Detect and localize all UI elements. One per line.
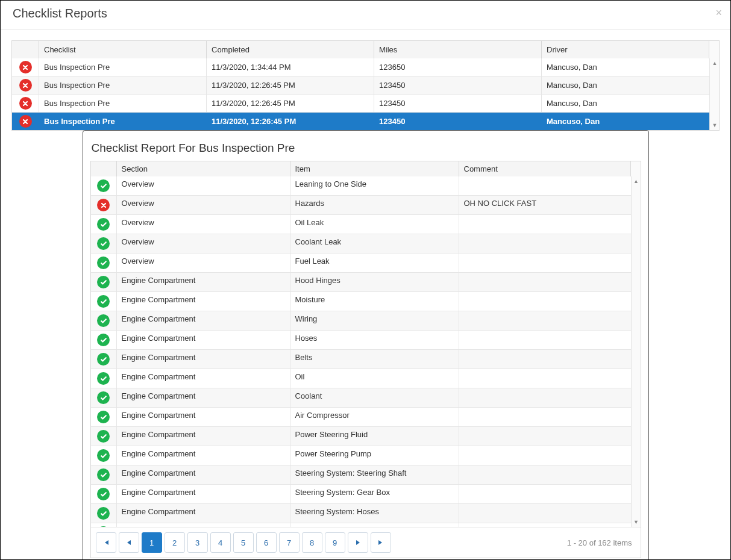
detail-row[interactable]: Engine CompartmentCoolant — [91, 388, 641, 407]
pager-page[interactable]: 1 — [142, 532, 162, 553]
status-cell — [91, 254, 116, 272]
detail-row[interactable]: Engine CompartmentPower Steering Pump — [91, 446, 641, 465]
item-cell: Steering System: Steering Shaft — [290, 465, 459, 484]
detail-row[interactable]: Engine CompartmentMoisture — [91, 291, 641, 311]
detail-wrap: Checklist Report For Bus Inspection Pre … — [11, 131, 720, 560]
detail-grid: Section Item Comment OverviewLeaning to … — [90, 161, 641, 558]
dcol-status[interactable] — [91, 161, 116, 176]
scroll-down-icon[interactable]: ▼ — [632, 517, 641, 527]
detail-grid-body: OverviewLeaning to One SideOverviewHazar… — [91, 176, 641, 527]
detail-row[interactable]: Engine CompartmentPower Steering Fluid — [91, 426, 641, 446]
pager-page[interactable]: 8 — [302, 532, 322, 553]
item-cell: Coolant Leak — [290, 234, 459, 253]
checklist-cell: Bus Inspection Pre — [39, 113, 206, 130]
report-row[interactable]: Bus Inspection Pre11/3/2020, 12:26:45 PM… — [12, 76, 719, 94]
miles-cell: 123450 — [374, 76, 541, 94]
col-miles[interactable]: Miles — [374, 41, 541, 58]
dcol-comment[interactable]: Comment — [459, 161, 630, 176]
dcol-item[interactable]: Item — [290, 161, 459, 176]
detail-row[interactable]: Engine CompartmentBelts — [91, 349, 641, 369]
item-cell: Moisture — [290, 292, 459, 311]
status-cell — [91, 234, 116, 253]
detail-row[interactable]: Engine CompartmentSteering System: Hoses — [91, 503, 641, 523]
scroll-down-icon[interactable]: ▼ — [710, 120, 720, 130]
pass-icon — [97, 276, 110, 288]
dialog-title: Checklist Reports — [13, 7, 107, 20]
status-cell — [91, 176, 116, 195]
status-cell — [91, 523, 116, 527]
comment-cell — [459, 504, 641, 523]
detail-row[interactable]: Engine CompartmentSteering System: Pittm… — [91, 523, 641, 527]
pass-icon — [97, 314, 110, 327]
col-status[interactable] — [12, 41, 39, 58]
detail-row[interactable]: Engine CompartmentAir Compressor — [91, 407, 641, 426]
reports-scrollbar[interactable]: ▲ ▼ — [709, 58, 719, 130]
item-cell: Steering System: Hoses — [290, 504, 459, 523]
detail-scrollbar[interactable]: ▲ ▼ — [631, 176, 641, 527]
scroll-up-icon[interactable]: ▲ — [632, 176, 641, 186]
col-checklist[interactable]: Checklist — [39, 41, 206, 58]
pager-page[interactable]: 9 — [325, 532, 345, 553]
miles-cell: 123450 — [374, 95, 541, 112]
pager-page[interactable]: 7 — [279, 532, 300, 553]
detail-row[interactable]: Engine CompartmentSteering System: Steer… — [91, 465, 641, 484]
col-driver[interactable]: Driver — [541, 41, 709, 58]
report-row[interactable]: Bus Inspection Pre11/3/2020, 12:26:45 PM… — [12, 112, 719, 130]
checklist-cell: Bus Inspection Pre — [39, 95, 206, 112]
pass-icon — [97, 237, 110, 250]
dcol-section[interactable]: Section — [116, 161, 290, 176]
pager-prev-icon[interactable] — [119, 532, 139, 553]
section-cell: Engine Compartment — [116, 523, 290, 527]
comment-cell — [459, 446, 641, 465]
detail-row[interactable]: Engine CompartmentHood Hinges — [91, 272, 641, 291]
pass-icon — [97, 372, 110, 385]
status-cell — [12, 113, 39, 130]
pass-icon — [97, 507, 110, 520]
detail-row[interactable]: Engine CompartmentSteering System: Gear … — [91, 484, 641, 503]
detail-row[interactable]: OverviewHazardsOH NO CLICK FAST — [91, 195, 641, 214]
pager-first-icon[interactable] — [96, 532, 116, 553]
pager: 123456789 1 - 20 of 162 items — [91, 527, 641, 558]
pager-page[interactable]: 3 — [187, 532, 208, 553]
section-cell: Overview — [116, 176, 290, 195]
section-cell: Overview — [116, 196, 290, 214]
comment-cell — [459, 292, 641, 311]
pager-last-icon[interactable] — [371, 532, 391, 553]
pager-page[interactable]: 2 — [165, 532, 185, 553]
detail-grid-header: Section Item Comment — [91, 161, 641, 176]
section-cell: Engine Compartment — [116, 292, 290, 311]
close-icon[interactable]: × — [715, 7, 722, 19]
detail-row[interactable]: Engine CompartmentHoses — [91, 330, 641, 349]
section-cell: Engine Compartment — [116, 369, 290, 388]
detail-row[interactable]: OverviewLeaning to One Side — [91, 176, 641, 195]
detail-row[interactable]: OverviewCoolant Leak — [91, 234, 641, 253]
pager-page[interactable]: 4 — [210, 532, 231, 553]
detail-row[interactable]: OverviewOil Leak — [91, 214, 641, 234]
section-cell: Engine Compartment — [116, 311, 290, 330]
dialog: Checklist Reports × Checklist Completed … — [0, 0, 731, 560]
reports-grid: Checklist Completed Miles Driver Bus Ins… — [11, 40, 720, 131]
report-row[interactable]: Bus Inspection Pre11/3/2020, 12:26:45 PM… — [12, 94, 719, 112]
comment-cell — [459, 311, 641, 330]
item-cell: Hood Hinges — [290, 273, 459, 291]
comment-cell — [459, 465, 641, 484]
pager-page[interactable]: 5 — [233, 532, 254, 553]
comment-cell — [459, 350, 641, 369]
pager-info: 1 - 20 of 162 items — [567, 538, 636, 547]
detail-title: Checklist Report For Bus Inspection Pre — [92, 142, 640, 155]
detail-row[interactable]: OverviewFuel Leak — [91, 253, 641, 272]
detail-row[interactable]: Engine CompartmentWiring — [91, 311, 641, 330]
status-cell — [91, 273, 116, 291]
completed-cell: 11/3/2020, 12:26:45 PM — [206, 113, 374, 130]
item-cell: Belts — [290, 350, 459, 369]
status-cell — [91, 504, 116, 523]
col-completed[interactable]: Completed — [206, 41, 374, 58]
section-cell: Engine Compartment — [116, 408, 290, 426]
pager-next-icon[interactable] — [348, 532, 368, 553]
detail-row[interactable]: Engine CompartmentOil — [91, 369, 641, 388]
driver-cell: Mancuso, Dan — [541, 58, 719, 76]
comment-cell — [459, 215, 641, 234]
pager-page[interactable]: 6 — [256, 532, 277, 553]
scroll-up-icon[interactable]: ▲ — [710, 58, 720, 68]
report-row[interactable]: Bus Inspection Pre11/3/2020, 1:34:44 PM1… — [12, 58, 719, 76]
